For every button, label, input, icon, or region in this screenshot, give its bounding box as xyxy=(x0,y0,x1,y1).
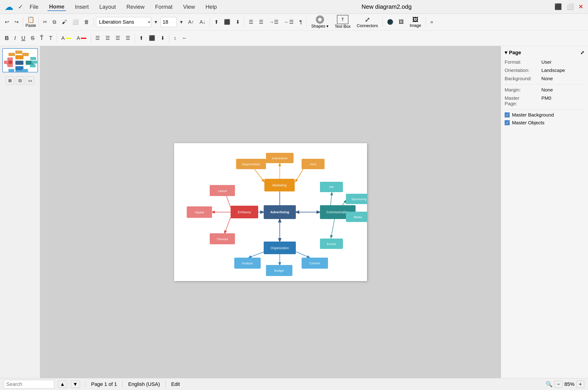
copy-button[interactable]: ⧉ xyxy=(50,18,58,26)
connectors-button[interactable]: ⤢ Connectors xyxy=(354,15,380,29)
menu-insert[interactable]: Insert xyxy=(73,3,90,11)
zoom-decrease-button[interactable]: − xyxy=(554,381,562,388)
svg-text:Analysis: Analysis xyxy=(242,261,253,265)
separator xyxy=(23,17,23,27)
svg-rect-14 xyxy=(8,69,14,72)
font-size-dropdown[interactable]: ▾ xyxy=(178,18,185,26)
valign-top-button[interactable]: ⬆ xyxy=(137,34,145,42)
collapse-icon[interactable]: ▾ xyxy=(505,50,507,56)
paste-button[interactable]: 📋 Paste xyxy=(26,16,36,28)
orientation-label: Orientation: xyxy=(505,68,541,73)
redo-button[interactable]: ↪ xyxy=(12,18,21,26)
edit-mode: Edit xyxy=(171,381,180,387)
search-up-button[interactable]: ▲ xyxy=(58,381,67,388)
image-area-button[interactable]: 🖼 xyxy=(397,18,406,26)
search-input[interactable] xyxy=(4,380,54,389)
shadow-button[interactable]: 🌑 xyxy=(385,18,395,26)
svg-text:Content: Content xyxy=(309,261,320,265)
font-color-button[interactable]: A xyxy=(75,34,89,42)
font-family-select[interactable]: Liberation Sans xyxy=(96,17,151,27)
minimize-button[interactable]: ⬛ xyxy=(554,3,562,10)
align-right-button[interactable]: ☰ xyxy=(114,34,122,42)
svg-rect-12 xyxy=(30,64,36,67)
shapes-label: Shapes ▾ xyxy=(311,24,329,29)
master-objects-checkbox[interactable] xyxy=(505,120,510,125)
margin-label: Margin: xyxy=(505,87,541,93)
menu-bar: File Home Insert Layout Review Format Vi… xyxy=(28,2,219,11)
valign-bottom-button[interactable]: ⬇ xyxy=(159,34,167,42)
line-spacing-button[interactable]: ↕ xyxy=(171,34,178,42)
svg-text:Budget: Budget xyxy=(274,269,284,272)
align-middle-button[interactable]: ⬛ xyxy=(222,18,232,26)
drawing-canvas[interactable]: Marketing Instruments Segmentation Aims … xyxy=(174,143,367,281)
valign-center-button[interactable]: ⬛ xyxy=(147,34,157,42)
shadow-text-button[interactable]: T xyxy=(47,34,54,43)
delete-button[interactable]: 🗑 xyxy=(82,18,91,26)
font-size-input[interactable] xyxy=(161,17,177,27)
remove-page-button[interactable]: ⊟ xyxy=(16,77,24,85)
italic-button[interactable]: I xyxy=(12,34,18,43)
zoom-in-icon[interactable]: 🔍 xyxy=(546,381,553,388)
zoom-increase-button[interactable]: + xyxy=(576,381,584,388)
menu-file[interactable]: File xyxy=(28,3,41,11)
align-bottom-button[interactable]: ⬇ xyxy=(234,18,242,26)
decrease-font-button[interactable]: A↓ xyxy=(198,18,208,26)
align-left-button[interactable]: ☰ xyxy=(93,34,102,42)
font-family-dropdown[interactable]: ▾ xyxy=(153,18,159,26)
separator xyxy=(169,34,169,43)
svg-text:Marketing: Marketing xyxy=(272,183,287,187)
char-spacing-button[interactable]: ↔ xyxy=(180,34,189,42)
check-icon[interactable]: ✓ xyxy=(18,3,23,11)
more-button[interactable]: » xyxy=(428,18,435,26)
shapes-button[interactable]: ⬟ Shapes ▾ xyxy=(309,14,331,30)
menu-home[interactable]: Home xyxy=(47,2,66,11)
paragraph-button[interactable]: ¶ xyxy=(297,18,304,26)
increase-font-button[interactable]: A↑ xyxy=(186,18,196,26)
overline-button[interactable]: T̄ xyxy=(38,34,45,43)
titlebar: ☁ ✓ File Home Insert Layout Review Forma… xyxy=(0,0,588,14)
align-center-button[interactable]: ☰ xyxy=(103,34,112,42)
svg-rect-0 xyxy=(15,55,23,59)
maximize-button[interactable]: ⬜ xyxy=(566,3,574,10)
align-top-button[interactable]: ⬆ xyxy=(212,18,220,26)
bold-button[interactable]: B xyxy=(3,34,11,43)
highlight-color-button[interactable]: A xyxy=(59,34,73,42)
strikethrough-button[interactable]: S xyxy=(29,34,37,43)
menu-help[interactable]: Help xyxy=(204,3,219,11)
master-background-checkbox[interactable] xyxy=(505,112,510,117)
svg-rect-3 xyxy=(22,53,29,56)
ordered-list-button[interactable]: ☰ xyxy=(257,18,265,26)
svg-text:Theories: Theories xyxy=(216,237,228,241)
separator xyxy=(306,17,307,27)
separator xyxy=(38,17,39,27)
master-objects-label: Master Objects xyxy=(512,120,544,125)
menu-format[interactable]: Format xyxy=(153,3,174,11)
close-button[interactable]: ✕ xyxy=(578,3,584,10)
undo-button[interactable]: ↩ xyxy=(3,18,11,26)
search-down-button[interactable]: ▼ xyxy=(71,381,80,388)
external-link-icon[interactable]: ⤢ xyxy=(581,50,584,55)
clone-button[interactable]: ⬜ xyxy=(70,18,81,26)
menu-review[interactable]: Review xyxy=(125,3,146,11)
zoom-controls: 🔍 − 85% + xyxy=(546,381,584,388)
menu-view[interactable]: View xyxy=(181,3,197,11)
image-button[interactable]: 🖼 Image xyxy=(407,15,423,29)
page-options-button[interactable]: ▭ xyxy=(26,77,34,85)
canvas-area[interactable]: Marketing Instruments Segmentation Aims … xyxy=(40,46,501,378)
underline-button[interactable]: U xyxy=(19,34,27,43)
indent-more-button[interactable]: →☰ xyxy=(267,18,281,26)
align-justify-button[interactable]: ☰ xyxy=(124,34,132,42)
format-paint-button[interactable]: 🖌 xyxy=(60,18,69,26)
page-thumbnail[interactable] xyxy=(2,48,38,72)
unordered-list-button[interactable]: ☰ xyxy=(247,18,255,26)
master-page-value: PM0 xyxy=(541,95,551,106)
indent-less-button[interactable]: ←☰ xyxy=(282,18,296,26)
cut-button[interactable]: ✂ xyxy=(41,18,49,26)
svg-text:PR: PR xyxy=(329,186,333,189)
menu-layout[interactable]: Layout xyxy=(97,3,118,11)
language-select[interactable]: English (USA) xyxy=(128,381,160,387)
separator xyxy=(57,34,57,43)
add-page-button[interactable]: ⊞ xyxy=(6,77,14,85)
textbox-button[interactable]: T Text Box xyxy=(332,14,353,30)
svg-text:Media: Media xyxy=(354,215,362,219)
